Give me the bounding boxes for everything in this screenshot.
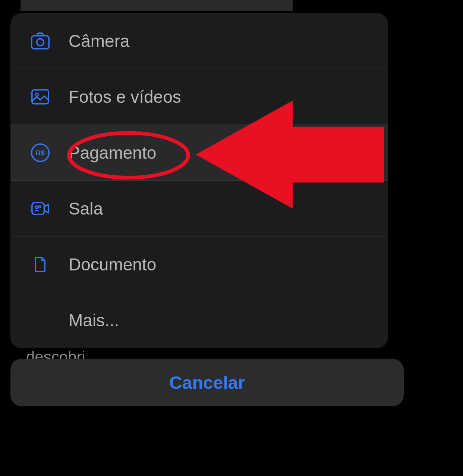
payment-icon: R$ xyxy=(28,141,52,165)
menu-label-photos: Fotos e vídeos xyxy=(69,87,181,107)
svg-point-7 xyxy=(35,206,38,209)
svg-rect-2 xyxy=(32,90,48,104)
menu-label-more: Mais... xyxy=(69,310,119,330)
svg-point-3 xyxy=(35,93,38,96)
more-spacer xyxy=(28,308,52,332)
attachment-menu: Câmera Fotos e vídeos R$ Pagamento xyxy=(10,13,388,348)
menu-item-photos[interactable]: Fotos e vídeos xyxy=(10,69,388,125)
document-icon xyxy=(28,253,52,276)
photo-icon xyxy=(28,85,52,109)
menu-item-camera[interactable]: Câmera xyxy=(10,13,388,69)
cancel-button[interactable]: Cancelar xyxy=(10,359,404,406)
menu-label-room: Sala xyxy=(69,199,103,219)
menu-item-more[interactable]: Mais... xyxy=(10,292,388,348)
menu-label-camera: Câmera xyxy=(69,31,130,51)
menu-label-document: Documento xyxy=(69,254,156,275)
background-bar xyxy=(21,0,293,11)
svg-text:R$: R$ xyxy=(36,149,45,157)
camera-icon xyxy=(28,29,52,53)
menu-item-payment[interactable]: R$ Pagamento xyxy=(10,125,388,181)
menu-item-document[interactable]: Documento xyxy=(10,237,388,292)
room-icon xyxy=(28,197,52,220)
svg-rect-0 xyxy=(32,36,49,49)
menu-label-payment: Pagamento xyxy=(69,143,156,163)
svg-point-8 xyxy=(39,206,41,208)
menu-item-room[interactable]: Sala xyxy=(10,181,388,237)
cancel-label: Cancelar xyxy=(169,372,245,393)
svg-point-1 xyxy=(37,39,44,46)
